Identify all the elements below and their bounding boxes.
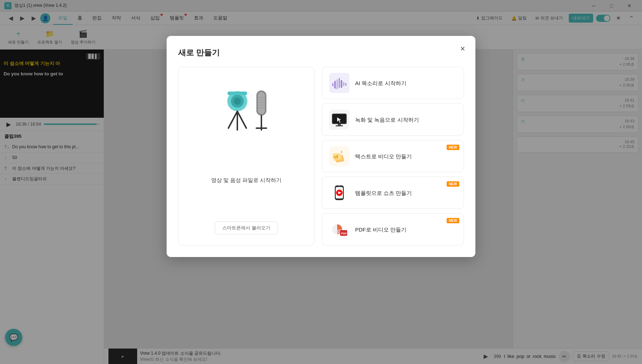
svg-rect-20 [336,79,338,89]
modal-close-button[interactable]: ✕ [457,43,468,55]
modal-option-pdf-video[interactable]: NEW PDF PDF로 비디오 만들기 [322,213,464,246]
modal-option-text-video-label: 텍스트로 비디오 만들기 [355,153,412,160]
modal-option-ai-voice-label: AI 목소리로 시작하기 [355,79,406,87]
svg-rect-45 [338,186,341,187]
svg-text:✦: ✦ [340,150,343,154]
pdf-video-icon: PDF [329,219,349,239]
svg-rect-36 [335,155,336,158]
svg-rect-24 [345,83,346,86]
svg-rect-37 [337,155,338,158]
record-icon [329,109,349,130]
svg-rect-21 [339,78,340,88]
modal-option-text-video[interactable]: NEW ✦ [322,140,464,172]
modal-option-record-label: 녹화 및 녹음으로 시작하기 [355,116,419,123]
camera-mic-illustration [214,81,279,139]
new-badge-template-shorts: NEW [447,181,459,187]
modal-overlay: 새로 만들기 ✕ [0,0,642,364]
modal-option-pdf-video-label: PDF로 비디오 만들기 [355,226,406,233]
svg-rect-7 [228,92,247,95]
svg-rect-29 [336,125,343,126]
svg-rect-35 [334,156,335,158]
modal-left-label: 영상 및 음성 파일로 시작하기 [211,177,282,184]
modal-option-ai-voice[interactable]: AI 목소리로 시작하기 [322,67,464,99]
svg-line-4 [228,111,237,128]
template-shorts-icon [329,183,349,203]
svg-rect-19 [334,81,336,89]
modal-option-template-shorts[interactable]: NEW [322,177,464,209]
svg-text:PDF: PDF [341,232,347,235]
modal-option-record[interactable]: 녹화 및 녹음으로 시작하기 [322,103,464,136]
modal: 새로 만들기 ✕ [167,36,475,257]
svg-rect-22 [341,80,342,88]
new-badge-pdf-video: NEW [447,218,459,223]
new-badge-text-video: NEW [447,145,459,150]
svg-rect-23 [343,82,344,86]
svg-point-2 [234,98,241,105]
modal-title: 새로 만들기 [178,47,464,58]
text-video-icon: ✦ [329,146,349,166]
modal-left-card[interactable]: 영상 및 음성 파일로 시작하기 스마트폰에서 불러오기 [178,67,315,246]
modal-option-template-shorts-label: 템플릿으로 쇼츠 만들기 [355,189,412,197]
ai-voice-icon [329,73,349,93]
smartphone-button[interactable]: 스마트폰에서 불러오기 [215,221,278,234]
svg-rect-9 [258,92,265,114]
modal-right: AI 목소리로 시작하기 [322,67,464,246]
modal-content: 영상 및 음성 파일로 시작하기 스마트폰에서 불러오기 [178,67,464,246]
svg-rect-18 [332,83,334,87]
svg-line-6 [237,111,246,128]
